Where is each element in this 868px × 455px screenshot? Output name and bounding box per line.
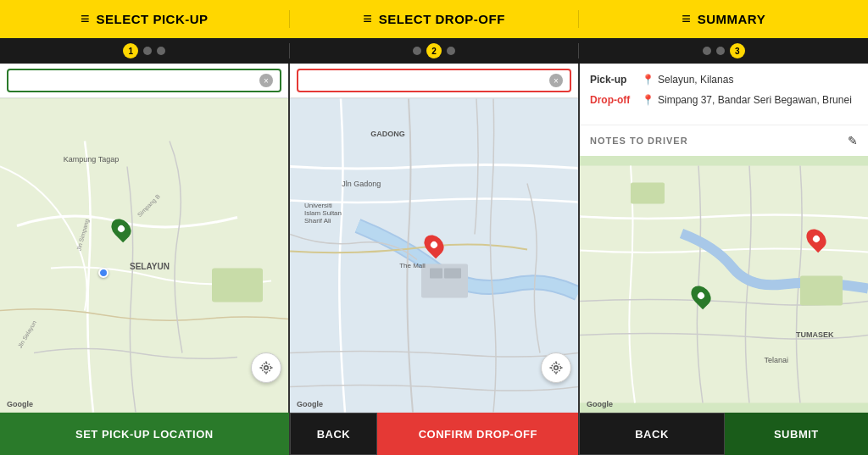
step-bar: 1 2 3 [0, 38, 868, 64]
summary-map: TUMASEK Telanai Google [580, 156, 868, 413]
svg-rect-7 [290, 99, 578, 413]
dropoff-summary-value: Simpang 37, Bandar Seri Begawan, Brunei [658, 94, 852, 106]
pickup-step-dot2 [157, 47, 165, 55]
svg-rect-15 [631, 183, 665, 204]
confirm-dropoff-button[interactable]: CONFIRM DROP-OFF [377, 413, 578, 455]
dropoff-summary-label: Drop-off [590, 94, 637, 106]
set-pickup-button[interactable]: SET PICK-UP LOCATION [0, 413, 289, 455]
pickup-title: SELECT PICK-UP [97, 12, 209, 26]
pickup-map: Jln Selayun Jln Simpang Simpang B Kampun… [0, 98, 288, 413]
bottom-bar: SET PICK-UP LOCATION BACK CONFIRM DROP-O… [0, 413, 868, 455]
svg-point-5 [264, 366, 269, 370]
pickup-search-bar: Selayun, Kilanas × [0, 64, 288, 98]
dropoff-panel: Simpang 37, Bandar Seri Begawar × [290, 64, 580, 413]
dropoff-step-2: 2 [426, 43, 442, 58]
pickup-header: ≡ SELECT PICK-UP [0, 10, 290, 28]
svg-rect-1 [212, 269, 263, 302]
pickup-step-1: 1 [123, 43, 138, 58]
summary-step-dot2 [716, 47, 725, 55]
svg-point-11 [554, 366, 559, 370]
dropoff-bottom: BACK CONFIRM DROP-OFF [290, 413, 580, 455]
dropoff-back-button[interactable]: BACK [290, 413, 378, 455]
summary-steps: 3 [579, 43, 868, 58]
svg-rect-9 [430, 269, 442, 279]
pickup-search-input[interactable]: Selayun, Kilanas [15, 75, 259, 87]
pickup-summary-value: Selayun, Kilanas [658, 74, 733, 86]
dropoff-clear-button[interactable]: × [549, 74, 563, 87]
pickup-summary-row: Pick-up 📍 Selayun, Kilanas [590, 74, 858, 86]
dropoff-summary-row: Drop-off 📍 Simpang 37, Bandar Seri Begaw… [590, 94, 858, 106]
pickup-panel: Selayun, Kilanas × [0, 64, 290, 413]
summary-menu-icon[interactable]: ≡ [682, 10, 691, 28]
dropoff-menu-icon[interactable]: ≡ [363, 10, 372, 28]
dropoff-location-button[interactable] [541, 352, 571, 383]
svg-rect-10 [444, 269, 461, 279]
pickup-menu-icon[interactable]: ≡ [81, 10, 90, 28]
top-bar: ≡ SELECT PICK-UP ≡ SELECT DROP-OFF ≡ SUM… [0, 0, 868, 38]
pickup-step-dot1 [143, 47, 152, 55]
dropoff-map: GADONG Jln Gadong UniversitiIslam Sultan… [290, 98, 578, 413]
summary-header: ≡ SUMMARY [579, 10, 868, 28]
pickup-steps: 1 [0, 43, 290, 58]
summary-step-3: 3 [730, 43, 745, 58]
pickup-clear-button[interactable]: × [259, 74, 273, 87]
summary-step-dot1 [703, 47, 711, 55]
notes-section: NOTES TO DRIVER ✎ [580, 125, 868, 156]
pickup-location-button[interactable] [251, 352, 281, 383]
dropoff-step-dot1 [413, 47, 421, 55]
notes-label: NOTES TO DRIVER [590, 136, 688, 146]
dropoff-header: ≡ SELECT DROP-OFF [290, 10, 580, 28]
dropoff-search-input[interactable]: Simpang 37, Bandar Seri Begawar [305, 75, 549, 87]
dropoff-search-bar: Simpang 37, Bandar Seri Begawar × [290, 64, 578, 98]
summary-panel: Pick-up 📍 Selayun, Kilanas Drop-off 📍 Si… [580, 64, 868, 413]
submit-button[interactable]: SUBMIT [725, 413, 868, 455]
summary-google-logo: Google [587, 400, 613, 408]
pickup-google-logo: Google [7, 400, 33, 408]
dropoff-steps: 2 [290, 43, 580, 58]
svg-rect-14 [800, 276, 843, 306]
svg-point-6 [262, 363, 271, 373]
dropoff-input-wrap: Simpang 37, Bandar Seri Begawar × [297, 69, 571, 92]
notes-edit-button[interactable]: ✎ [848, 134, 858, 147]
pickup-input-wrap: Selayun, Kilanas × [7, 69, 281, 92]
svg-point-12 [552, 363, 561, 373]
summary-title: SUMMARY [698, 12, 765, 26]
pickup-summary-label: Pick-up [590, 74, 637, 86]
svg-rect-0 [0, 99, 288, 413]
summary-back-button[interactable]: BACK [579, 413, 724, 455]
summary-info: Pick-up 📍 Selayun, Kilanas Drop-off 📍 Si… [580, 64, 868, 125]
main-content: Selayun, Kilanas × [0, 64, 868, 413]
dropoff-step-dot2 [447, 47, 455, 55]
pickup-bottom: SET PICK-UP LOCATION [0, 413, 290, 455]
dropoff-google-logo: Google [297, 400, 323, 408]
summary-bottom: BACK SUBMIT [579, 413, 868, 455]
dropoff-title: SELECT DROP-OFF [379, 12, 505, 26]
